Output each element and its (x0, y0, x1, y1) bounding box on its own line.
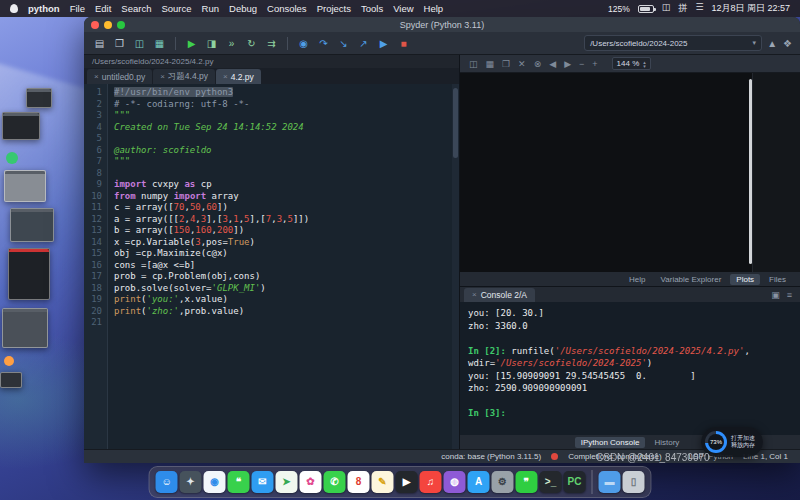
browse-directory-icon[interactable]: ❖ (783, 38, 792, 49)
step-return-icon[interactable]: ↗ (356, 35, 371, 51)
menu-file[interactable]: File (70, 3, 85, 14)
pane-tab-files[interactable]: Files (763, 274, 792, 285)
plots-content[interactable] (460, 73, 800, 272)
close-window-button[interactable] (91, 21, 99, 29)
next-plot-icon[interactable]: ▶ (564, 59, 571, 69)
close-tab-icon[interactable]: × (94, 72, 99, 81)
run-file-icon[interactable]: ▶ (184, 35, 199, 51)
apple-menu-icon[interactable] (10, 4, 18, 13)
pane-tab-help[interactable]: Help (623, 274, 651, 285)
console-options-menu-icon[interactable]: ≡ (787, 290, 792, 300)
remove-plot-icon[interactable]: ✕ (518, 59, 526, 69)
dock-maps-icon[interactable]: ➤ (276, 471, 298, 493)
zoom-in-icon[interactable]: + (592, 59, 597, 69)
pane-tab-ipython-console[interactable]: IPython Console (575, 437, 646, 448)
working-directory-selector[interactable]: /Users/scofieldo/2024-2025 ▾ (584, 35, 762, 51)
desktop-icon[interactable] (6, 152, 18, 164)
dock-music-icon[interactable]: ♫ (420, 471, 442, 493)
inspect-console-icon[interactable]: ▣ (771, 290, 780, 300)
menu-help[interactable]: Help (424, 3, 444, 14)
zoom-window-button[interactable] (117, 21, 125, 29)
dock-wechat-icon[interactable]: ❞ (516, 471, 538, 493)
dock-podcasts-icon[interactable]: ◍ (444, 471, 466, 493)
minimize-window-button[interactable] (104, 21, 112, 29)
dock-mail-icon[interactable]: ✉ (252, 471, 274, 493)
desktop-thumbnail[interactable] (10, 208, 54, 242)
desktop-thumbnail[interactable] (8, 248, 50, 300)
rerun-cell-icon[interactable]: ↻ (244, 35, 259, 51)
save-all-plots-icon[interactable]: ▦ (486, 59, 495, 69)
close-tab-icon[interactable]: × (223, 72, 228, 81)
open-file-icon[interactable]: ❐ (112, 35, 127, 51)
menu-consoles[interactable]: Consoles (267, 3, 307, 14)
control-center-icon[interactable]: ☰ (695, 2, 703, 15)
console-tab[interactable]: × Console 2/A (464, 288, 535, 302)
desktop-thumbnail[interactable] (0, 372, 22, 388)
pane-tab-plots[interactable]: Plots (730, 274, 760, 285)
desktop-icon[interactable] (4, 356, 14, 366)
run-cell-icon[interactable]: ◨ (204, 35, 219, 51)
dock-safari-icon[interactable]: ◉ (204, 471, 226, 493)
step-over-icon[interactable]: ↷ (316, 35, 331, 51)
dock-launchpad-icon[interactable]: ✦ (180, 471, 202, 493)
debug-file-icon[interactable]: ◉ (296, 35, 311, 51)
pane-tab-variable-explorer[interactable]: Variable Explorer (655, 274, 728, 285)
new-file-icon[interactable]: ▤ (92, 35, 107, 51)
dock-tv-icon[interactable]: ▶ (396, 471, 418, 493)
copy-plot-icon[interactable]: ❐ (502, 59, 510, 69)
run-selection-icon[interactable]: ⇉ (264, 35, 279, 51)
dock-pycharm-icon[interactable]: PC (564, 471, 586, 493)
input-method-icon[interactable]: 拼 (678, 2, 687, 15)
plots-scrollbar[interactable] (749, 79, 752, 264)
pane-tab-history[interactable]: History (648, 437, 685, 448)
desktop-thumbnail[interactable] (4, 170, 46, 202)
menu-run[interactable]: Run (202, 3, 219, 14)
editor-tab[interactable]: ×untitled0.py (87, 69, 152, 84)
console-content[interactable]: you: [20. 30.]zho: 3360.0 In [2]: runfil… (460, 302, 800, 435)
dock-downloads-folder-icon[interactable]: ▬ (599, 471, 621, 493)
editor-code[interactable]: #!/usr/bin/env python3# -*- codiarng: ut… (108, 84, 452, 449)
zoom-level-control[interactable]: 144 % ▴▾ (612, 57, 651, 70)
zoom-out-icon[interactable]: − (579, 59, 584, 69)
battery-icon[interactable] (638, 5, 654, 13)
editor-tab[interactable]: ×习题4.4.py (153, 69, 215, 84)
dock-trash-icon[interactable]: ▯ (623, 471, 645, 493)
dock-calendar-icon[interactable]: 8 (348, 471, 370, 493)
menubar-clock[interactable]: 12月8日 周日 22:57 (711, 2, 790, 15)
dock-photos-icon[interactable]: ✿ (300, 471, 322, 493)
save-all-icon[interactable]: ▦ (152, 35, 167, 51)
save-file-icon[interactable]: ◫ (132, 35, 147, 51)
editor-tab[interactable]: ×4.2.py (216, 69, 261, 84)
dock-notes-icon[interactable]: ✎ (372, 471, 394, 493)
dock-facetime-icon[interactable]: ✆ (324, 471, 346, 493)
continue-execution-icon[interactable]: ▶ (376, 35, 391, 51)
menu-edit[interactable]: Edit (95, 3, 111, 14)
save-plot-icon[interactable]: ◫ (469, 59, 478, 69)
screen-mirroring-icon[interactable]: ◫ (662, 2, 671, 15)
previous-plot-icon[interactable]: ◀ (549, 59, 556, 69)
menu-search[interactable]: Search (121, 3, 151, 14)
menu-tools[interactable]: Tools (361, 3, 383, 14)
menu-source[interactable]: Source (161, 3, 191, 14)
run-cell-advance-icon[interactable]: » (224, 35, 239, 51)
close-console-icon[interactable]: × (472, 290, 477, 299)
close-tab-icon[interactable]: × (160, 72, 165, 81)
desktop-thumbnail[interactable] (2, 308, 48, 348)
dock-app-store-icon[interactable]: A (468, 471, 490, 493)
menu-debug[interactable]: Debug (229, 3, 257, 14)
memory-monitor-widget[interactable]: 73% 打开加速 释放内存 (701, 427, 763, 457)
dock-system-settings-icon[interactable]: ⚙ (492, 471, 514, 493)
active-app-name[interactable]: python (28, 3, 60, 14)
dock-finder-icon[interactable]: ☺ (156, 471, 178, 493)
step-into-icon[interactable]: ↘ (336, 35, 351, 51)
menu-projects[interactable]: Projects (317, 3, 351, 14)
code-editor[interactable]: 123456789101112131415161718192021 #!/usr… (84, 84, 459, 449)
parent-directory-icon[interactable]: ▲ (767, 38, 777, 49)
menu-view[interactable]: View (393, 3, 413, 14)
remove-all-plots-icon[interactable]: ⊗ (534, 59, 542, 69)
dock-messages-icon[interactable]: ❝ (228, 471, 250, 493)
editor-scrollbar[interactable] (452, 84, 459, 449)
dock-terminal-icon[interactable]: >_ (540, 471, 562, 493)
desktop-thumbnail[interactable] (2, 112, 40, 140)
desktop-thumbnail[interactable] (26, 88, 52, 108)
